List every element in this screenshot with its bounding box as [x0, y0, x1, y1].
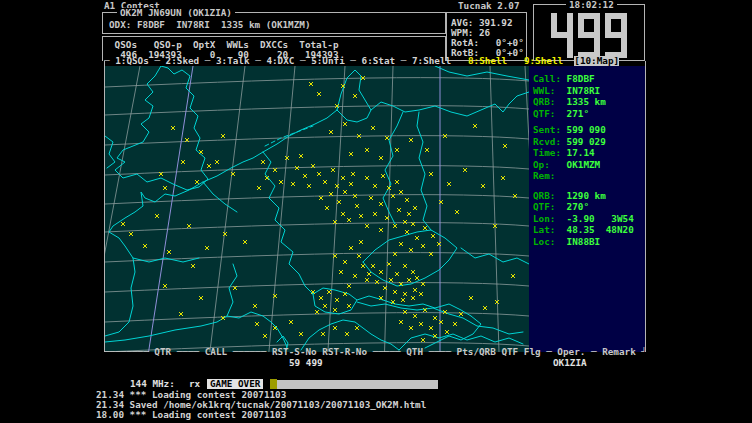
text-cursor[interactable]	[270, 379, 277, 389]
info-value: 271°	[567, 108, 589, 119]
odx-line: ODX: F8DBF IN78RI 1335 km (OK1MZM)	[109, 20, 311, 30]
info-value: -3.90 3W54	[567, 213, 634, 224]
status-message: GAME OVER	[207, 379, 263, 389]
qso-info-panel: Call: F8DBFWWL: IN78RIQRB: 1335 kmQTF: 2…	[529, 66, 645, 352]
info-label: Loc:	[533, 236, 567, 247]
info-row-rem: Rem:	[533, 171, 645, 183]
info-label: Lon:	[533, 213, 567, 224]
info-value: 48.35 48N20	[567, 224, 634, 235]
clock-time: 18:02:12	[566, 0, 617, 10]
info-value: IN88BI	[567, 236, 601, 247]
info-value: 1290 km	[567, 190, 606, 201]
info-label: Rcvd:	[533, 136, 567, 147]
info-label: Call:	[533, 73, 567, 84]
map-canvas[interactable]	[105, 66, 529, 352]
info-label: Rem:	[533, 170, 567, 181]
info-label: Sent:	[533, 124, 567, 135]
info-value: F8DBF	[567, 73, 595, 84]
info-value: 270°	[567, 201, 589, 212]
info-value: 1335 km	[567, 96, 606, 107]
info-value: 599 029	[567, 136, 606, 147]
log-line: 18.00 *** Loading contest 20071103	[96, 410, 426, 420]
info-label: Lat:	[533, 224, 567, 235]
info-value: IN78RI	[567, 85, 601, 96]
tucnak-application-window: A1 Contest Tucnak 2.07 OK2M JN69UN (OK1Z…	[0, 0, 752, 423]
big-digit-4	[551, 13, 573, 58]
info-row-qtf: QTF: 271°	[533, 109, 645, 121]
operator-callsign: OK1ZIA	[553, 358, 587, 368]
rx-mode-label: rx	[189, 379, 200, 389]
info-label: QTF:	[533, 108, 567, 119]
info-row-loc: Loc: IN88BI	[533, 237, 645, 249]
big-digit-9	[605, 13, 627, 58]
app-version-label: Tucnak 2.07	[458, 1, 520, 11]
info-label: QRB:	[533, 96, 567, 107]
meter-row-avg: AVG: 391.92	[451, 13, 526, 28]
info-label: Time:	[533, 147, 567, 158]
info-value: 599 090	[567, 124, 606, 135]
info-label: QRB:	[533, 190, 567, 201]
band-label: 144 MHz:	[130, 379, 175, 389]
station-box: OK2M JN69UN (OK1ZIA) ODX: F8DBF IN78RI 1…	[102, 12, 446, 34]
info-label: WWL:	[533, 85, 567, 96]
station-box-title: OK2M JN69UN (OK1ZIA)	[117, 8, 235, 18]
log-area: 21.34 *** Loading contest 2007110321.34 …	[96, 390, 426, 420]
map-background	[105, 66, 529, 352]
rx-level-bar	[277, 380, 438, 389]
info-value: OK1MZM	[567, 159, 601, 170]
meters-box: AVG: 391.92WPM: 26RotA: 0°+0°RotB: 0°+0°	[446, 12, 527, 61]
qso-big-counter	[533, 13, 645, 58]
sent-report: 59 499	[289, 358, 323, 368]
big-digit-9	[578, 13, 600, 58]
info-label: QTF:	[533, 201, 567, 212]
entry-template-row: ──────── QTR ──── CALL ────── RST-S-No R…	[104, 347, 645, 357]
info-label: Op:	[533, 159, 567, 170]
info-value: 17.14	[567, 147, 595, 158]
